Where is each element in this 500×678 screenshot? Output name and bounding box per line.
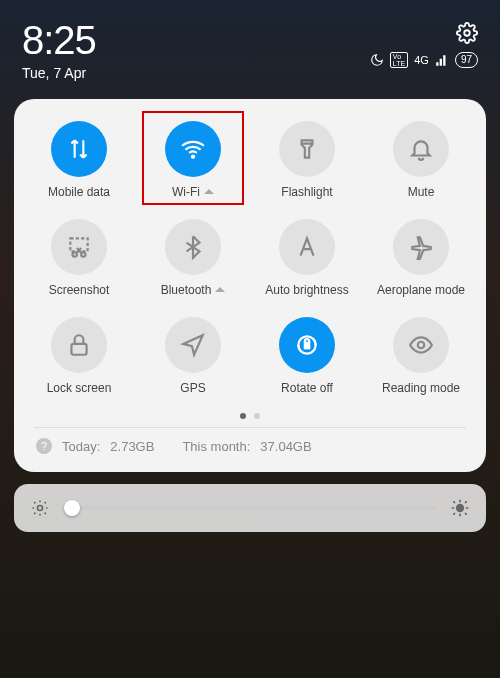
- clock-time: 8:25: [22, 18, 96, 63]
- tile-label: Rotate off: [281, 381, 333, 395]
- svg-point-3: [73, 252, 77, 256]
- tile-label: Lock screen: [47, 381, 112, 395]
- svg-point-10: [457, 505, 464, 512]
- wifi-icon: [180, 136, 206, 162]
- tile-label: Wi-Fi: [172, 185, 214, 199]
- rotate-lock-icon: [294, 332, 320, 358]
- tile-wifi[interactable]: Wi-Fi: [136, 117, 250, 203]
- svg-point-4: [81, 252, 85, 256]
- scissors-icon: [66, 234, 92, 260]
- tile-aeroplane-mode[interactable]: Aeroplane mode: [364, 215, 478, 301]
- lock-icon: [66, 332, 92, 358]
- tile-label: Aeroplane mode: [377, 283, 465, 297]
- quick-settings-panel: Mobile data Wi-Fi Flashlight Mute Screen…: [14, 99, 486, 472]
- brightness-high-icon: [450, 498, 470, 518]
- airplane-icon: [408, 234, 434, 260]
- tile-label: Screenshot: [49, 283, 110, 297]
- bluetooth-icon: [180, 234, 206, 260]
- tile-auto-brightness[interactable]: Auto brightness: [250, 215, 364, 301]
- svg-point-8: [418, 342, 425, 349]
- svg-point-0: [464, 30, 470, 36]
- tile-label: Mute: [408, 185, 435, 199]
- brightness-slider[interactable]: [14, 484, 486, 532]
- bell-icon: [408, 136, 434, 162]
- eye-icon: [408, 332, 434, 358]
- tile-bluetooth[interactable]: Bluetooth: [136, 215, 250, 301]
- tile-label: GPS: [180, 381, 205, 395]
- today-value: 2.73GB: [110, 439, 154, 454]
- tile-lock-screen[interactable]: Lock screen: [22, 313, 136, 399]
- clock-date: Tue, 7 Apr: [22, 65, 96, 81]
- svg-point-1: [192, 156, 194, 158]
- tile-label: Auto brightness: [265, 283, 348, 297]
- tile-label: Reading mode: [382, 381, 460, 395]
- tile-rotate-off[interactable]: Rotate off: [250, 313, 364, 399]
- tile-label: Bluetooth: [161, 283, 226, 297]
- expand-icon: [204, 189, 214, 194]
- navigation-icon: [180, 332, 206, 358]
- status-icons: VoLTE 4G 97: [370, 52, 478, 68]
- svg-point-9: [38, 506, 43, 511]
- letter-a-icon: [294, 234, 320, 260]
- tile-reading-mode[interactable]: Reading mode: [364, 313, 478, 399]
- info-icon: ?: [36, 438, 52, 454]
- battery-level: 97: [455, 52, 478, 68]
- tile-label: Flashlight: [281, 185, 332, 199]
- signal-icon: [435, 53, 449, 67]
- data-usage-row[interactable]: ? Today: 2.73GB This month: 37.04GB: [22, 428, 478, 464]
- brightness-track[interactable]: [64, 506, 436, 510]
- brightness-thumb[interactable]: [64, 500, 80, 516]
- tile-flashlight[interactable]: Flashlight: [250, 117, 364, 203]
- tile-gps[interactable]: GPS: [136, 313, 250, 399]
- today-label: Today:: [62, 439, 100, 454]
- tile-mobile-data[interactable]: Mobile data: [22, 117, 136, 203]
- flashlight-icon: [294, 136, 320, 162]
- tile-screenshot[interactable]: Screenshot: [22, 215, 136, 301]
- svg-rect-5: [71, 344, 86, 355]
- svg-rect-7: [305, 343, 309, 348]
- expand-icon: [215, 287, 225, 292]
- network-type: 4G: [414, 54, 429, 66]
- tile-mute[interactable]: Mute: [364, 117, 478, 203]
- month-value: 37.04GB: [260, 439, 311, 454]
- tile-label: Mobile data: [48, 185, 110, 199]
- mobile-data-icon: [66, 136, 92, 162]
- month-label: This month:: [182, 439, 250, 454]
- dnd-moon-icon: [370, 53, 384, 67]
- brightness-low-icon: [30, 498, 50, 518]
- page-indicator: [22, 413, 478, 419]
- volte-badge: VoLTE: [390, 52, 408, 68]
- settings-icon[interactable]: [456, 22, 478, 44]
